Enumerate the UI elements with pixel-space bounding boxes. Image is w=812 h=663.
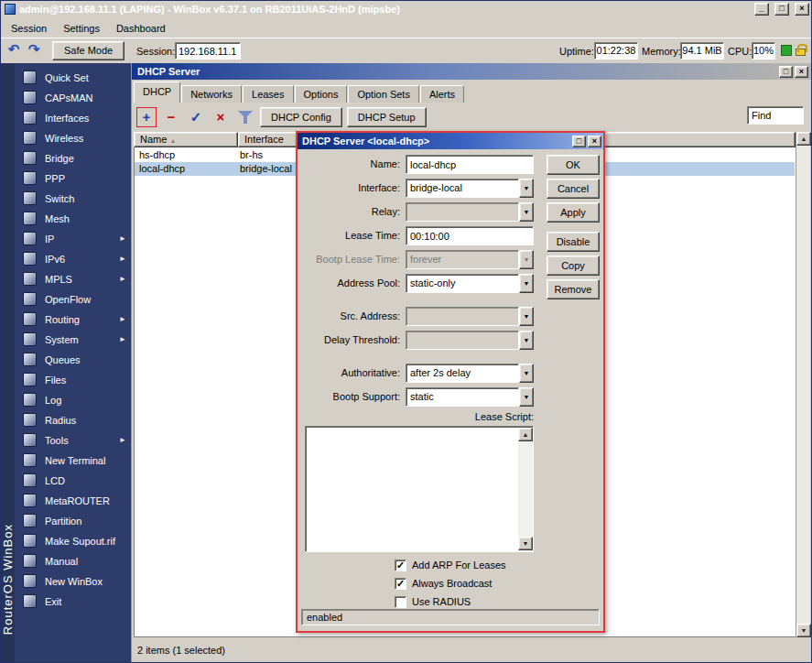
address-pool-input[interactable]: static-only [406,274,519,293]
tab-dhcp[interactable]: DHCP [134,82,180,103]
dialog-close-button[interactable]: × [588,136,601,147]
sidebar-item-openflow[interactable]: OpenFlow [15,289,131,310]
item-count-status: 2 items (1 selected) [137,645,225,656]
src-address-input[interactable] [406,307,519,326]
sidebar-item-ppp[interactable]: PPP [15,168,131,189]
dialog-title-bar[interactable]: DHCP Server <local-dhcp> □ × [298,133,603,149]
quick-set-icon [23,71,37,84]
table-scrollbar[interactable]: ▲ ▼ [796,132,810,637]
lease-script-label: Lease Script: [435,411,534,426]
sidebar-item-wireless[interactable]: Wireless [15,128,131,148]
scroll-up-button[interactable]: ▲ [518,428,533,441]
filter-icon[interactable] [235,107,255,127]
memory-label: Memory: [642,45,681,58]
tab-option-sets[interactable]: Option Sets [348,85,418,103]
authoritative-dropdown-button[interactable]: ▼ [519,364,534,383]
use-radius-checkbox[interactable] [395,596,406,608]
sidebar-item-mesh[interactable]: Mesh [15,209,131,229]
sidebar-item-new-terminal[interactable]: New Terminal [15,451,131,471]
uptime-value: 01:22:38 [594,42,638,60]
lease-time-input[interactable] [406,226,534,245]
scroll-down-button[interactable]: ▼ [518,537,533,550]
tab-networks[interactable]: Networks [181,85,242,103]
dhcp-window-close-button[interactable]: × [795,66,808,78]
sidebar-item-interfaces[interactable]: Interfaces [15,108,131,128]
disable-button[interactable]: × [211,107,231,127]
bootp-support-input[interactable]: static [406,387,519,407]
enable-button[interactable]: ✓ [186,107,206,127]
sidebar-item-exit[interactable]: Exit [15,592,131,612]
name-label: Name: [298,155,400,174]
address-pool-dropdown-button[interactable]: ▼ [519,274,534,293]
sidebar-item-tools[interactable]: Tools► [15,430,131,451]
copy-button[interactable]: Copy [547,255,600,276]
dialog-maximize-button[interactable]: □ [572,136,586,147]
find-input[interactable] [747,106,804,125]
sidebar-item-quick-set[interactable]: Quick Set [15,68,131,88]
interface-dropdown-button[interactable]: ▼ [519,179,534,198]
redo-icon[interactable]: ↷ [25,40,43,60]
menu-settings[interactable]: Settings [55,21,108,36]
sidebar-item-system[interactable]: System► [15,330,131,350]
safe-mode-button[interactable]: Safe Mode [52,41,125,60]
sidebar-item-bridge[interactable]: Bridge [15,148,131,168]
sidebar-item-capsman[interactable]: CAPsMAN [15,88,131,108]
system-icon [23,332,37,346]
sidebar-item-manual[interactable]: Manual [15,551,131,571]
lease-script-input[interactable] [305,426,534,552]
tab-options[interactable]: Options [295,85,348,103]
sidebar-item-queues[interactable]: Queues [15,350,131,370]
scroll-up-button[interactable]: ▲ [796,132,811,146]
sidebar-item-log[interactable]: Log [15,390,131,410]
authoritative-input[interactable]: after 2s delay [406,364,519,383]
lease-script-scrollbar[interactable]: ▲ ▼ [518,428,533,550]
undo-icon[interactable]: ↶ [5,40,23,60]
maximize-button[interactable]: □ [774,3,789,16]
add-arp-checkbox[interactable]: ✓ [395,560,406,571]
remove-button-dialog[interactable]: Remove [547,279,600,299]
minimize-button[interactable]: _ [754,3,769,16]
menu-session[interactable]: Session [3,21,55,36]
apply-button[interactable]: Apply [547,202,600,223]
sidebar-item-switch[interactable]: Switch [15,189,131,209]
close-button[interactable]: × [795,3,809,16]
tab-alerts[interactable]: Alerts [420,85,464,103]
sidebar-item-routing[interactable]: Routing► [15,310,131,330]
column-header-name[interactable]: Name ▲ [134,132,238,147]
dhcp-config-button[interactable]: DHCP Config [260,107,342,127]
sidebar-item-lcd[interactable]: LCD [15,471,131,491]
menu-dashboard[interactable]: Dashboard [108,21,174,36]
ok-button[interactable]: OK [547,155,600,175]
scroll-down-button[interactable]: ▼ [796,624,811,637]
sidebar-item-make-supout[interactable]: Make Supout.rif [15,531,131,551]
relay-dropdown-button[interactable]: ▼ [519,202,534,222]
sidebar-item-metarouter[interactable]: MetaROUTER [15,491,131,511]
dhcp-setup-button[interactable]: DHCP Setup [347,107,427,127]
remove-button[interactable]: − [161,107,181,127]
dhcp-window-title-bar[interactable]: DHCP Server □ × [132,63,811,80]
cancel-button[interactable]: Cancel [547,179,600,199]
sidebar-item-files[interactable]: Files [15,370,131,390]
title-bar[interactable]: admin@192.168.11.1 (LAPING) - WinBox v6.… [1,1,811,17]
dhcp-window-maximize-button[interactable]: □ [779,66,793,78]
openflow-icon [23,292,37,306]
always-broadcast-checkbox[interactable]: ✓ [395,578,406,590]
sidebar-item-mpls[interactable]: MPLS► [15,269,131,289]
delay-threshold-dropdown-button[interactable]: ▼ [519,331,534,350]
sidebar-item-radius[interactable]: Radius [15,410,131,430]
sidebar-item-ip[interactable]: IP► [15,229,131,249]
relay-input[interactable] [406,202,519,222]
interface-input[interactable]: bridge-local [406,179,519,198]
name-input[interactable] [406,155,534,174]
disable-button-dialog[interactable]: Disable [547,232,600,252]
bootp-support-dropdown-button[interactable]: ▼ [519,387,534,407]
queues-icon [23,353,37,366]
tab-leases[interactable]: Leases [243,85,293,103]
add-button[interactable]: + [136,107,157,127]
sidebar-item-ipv6[interactable]: IPv6► [15,249,131,269]
sidebar-item-partition[interactable]: Partition [15,511,131,531]
sidebar-item-new-winbox[interactable]: New WinBox [15,571,131,592]
src-address-dropdown-button[interactable]: ▼ [519,307,534,326]
session-input[interactable] [175,42,241,60]
delay-threshold-input[interactable] [406,331,519,350]
